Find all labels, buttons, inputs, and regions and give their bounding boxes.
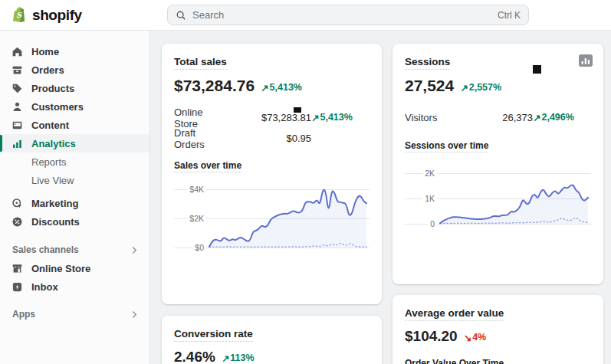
svg-text:S: S — [16, 11, 22, 19]
discounts-icon — [11, 216, 23, 228]
sidebar-item-content[interactable]: Content — [0, 116, 149, 134]
sidebar-item-reports[interactable]: Reports — [0, 152, 149, 171]
sidebar-item-customers[interactable]: Customers — [0, 97, 149, 116]
change-value: 4% — [472, 332, 486, 343]
sidebar-section-apps[interactable]: Apps — [0, 305, 149, 323]
change-value: 5,413% — [270, 82, 302, 93]
content-icon — [11, 120, 23, 131]
brand-wordmark: shopify — [32, 7, 82, 24]
sidebar-item-label: Content — [31, 120, 69, 131]
shopify-bag-icon: S — [10, 5, 28, 25]
change-value: 113% — [230, 353, 254, 364]
sidebar-section-sales-channels[interactable]: Sales channels — [0, 241, 149, 259]
cursor-artifact — [533, 65, 541, 74]
cursor-artifact — [294, 107, 301, 113]
marketing-icon — [11, 198, 23, 209]
change-value: 2,557% — [469, 82, 501, 93]
search-placeholder: Search — [192, 9, 491, 21]
metric-value: $0.95 — [227, 133, 311, 144]
search-icon — [176, 10, 186, 21]
metric-row-online-store: Online Store $73,283.81 ↗5,413% — [174, 107, 370, 128]
chart-title-sessions-over-time[interactable]: Sessions over time — [405, 140, 488, 152]
sales-over-time-chart: $0$2K$4K — [174, 180, 370, 257]
sidebar-item-label: Analytics — [31, 138, 76, 149]
trend-up-icon: ↗ — [261, 82, 268, 93]
search-input[interactable]: Search Ctrl K — [167, 5, 529, 25]
trend-up-icon: ↗ — [460, 82, 468, 93]
chevron-right-icon — [132, 246, 137, 254]
section-header: Sales channels — [12, 244, 79, 255]
average-order-value: $104.20 — [405, 328, 458, 345]
search-shortcut-hint: Ctrl K — [498, 10, 521, 21]
sidebar-item-label: Customers — [31, 101, 84, 113]
chart-canvas — [174, 180, 370, 257]
sidebar-item-label: Reports — [31, 156, 67, 168]
chart-title-sales-over-time[interactable]: Sales over time — [174, 160, 241, 172]
change-value: 5,413% — [320, 112, 352, 123]
sidebar-item-live-view[interactable]: Live View — [0, 171, 149, 189]
card-title-conversion-rate[interactable]: Conversion rate — [174, 328, 253, 342]
sidebar-item-label: Inbox — [31, 281, 58, 293]
sessions-change-badge: ↗2,557% — [460, 82, 501, 93]
sidebar-nav: Home Orders Products Customers Content A… — [0, 31, 150, 364]
section-header: Apps — [12, 309, 35, 320]
sidebar-item-label: Home — [31, 46, 59, 57]
chevron-right-icon — [132, 310, 137, 319]
card-title-average-order-value[interactable]: Average order value — [405, 307, 504, 321]
trend-up-icon: ↗ — [222, 353, 229, 364]
sidebar-item-discounts[interactable]: Discounts — [0, 212, 149, 231]
conversion-rate-card: Conversion rate 2.46% ↗113% — [162, 316, 382, 364]
card-title-total-sales[interactable]: Total sales — [174, 56, 227, 70]
online-store-icon — [11, 263, 23, 274]
sidebar-item-label: Marketing — [31, 198, 78, 209]
total-sales-card: Total sales $73,284.76 ↗5,413% Online St… — [162, 44, 382, 304]
sidebar-item-online-store[interactable]: Online Store — [0, 259, 149, 277]
sidebar-item-analytics[interactable]: Analytics — [0, 134, 149, 152]
sidebar-item-home[interactable]: Home — [0, 42, 149, 61]
total-sales-change-badge: ↗5,413% — [261, 82, 302, 93]
metric-value: 26,373 — [448, 112, 533, 123]
metric-change: ↗5,413% — [311, 112, 370, 123]
conversion-rate-value: 2.46% — [174, 349, 215, 364]
sidebar-item-inbox[interactable]: Inbox — [0, 277, 149, 296]
trend-down-icon: ↘ — [464, 332, 471, 343]
average-order-value-card: Average order value $104.20 ↘4% Order Va… — [393, 295, 603, 364]
sidebar-item-label: Products — [31, 83, 74, 94]
sidebar-item-label: Orders — [31, 64, 64, 76]
metric-label: Online Store — [174, 107, 227, 130]
inbox-icon — [11, 281, 23, 293]
metric-row-draft-orders: Draft Orders $0.95 — [174, 128, 370, 149]
sidebar-item-marketing[interactable]: Marketing — [0, 194, 149, 212]
topbar: S shopify Search Ctrl K — [0, 0, 611, 31]
products-tag-icon — [11, 83, 23, 94]
trend-up-icon: ↗ — [533, 112, 540, 123]
orders-icon — [11, 64, 23, 76]
sidebar-item-label: Live View — [31, 175, 74, 186]
aov-change-badge: ↘4% — [464, 332, 487, 343]
shopify-logo[interactable]: S shopify — [10, 5, 82, 25]
chart-canvas — [405, 160, 591, 233]
metric-value: $73,283.81 — [227, 112, 311, 123]
metric-change: ↗2,496% — [533, 112, 591, 123]
sidebar-item-products[interactable]: Products — [0, 79, 149, 97]
analytics-icon — [11, 138, 23, 149]
sidebar-item-label: Online Store — [31, 263, 90, 274]
trend-up-icon: ↗ — [311, 112, 319, 123]
card-title-sessions[interactable]: Sessions — [405, 56, 450, 70]
chart-title-order-value-over-time[interactable]: Order Value Over Time — [405, 358, 504, 364]
conversion-change-badge: ↗113% — [222, 353, 255, 364]
home-icon — [11, 46, 23, 57]
sidebar-item-orders[interactable]: Orders — [0, 61, 149, 79]
view-report-icon[interactable] — [579, 54, 593, 67]
total-sales-value: $73,284.76 — [174, 77, 255, 95]
customers-icon — [11, 101, 23, 113]
metric-row-visitors: Visitors 26,373 ↗2,496% — [405, 107, 591, 128]
sessions-card: Sessions 27,524 ↗2,557% Visitors 26,373 … — [393, 44, 603, 284]
sessions-value: 27,524 — [405, 77, 454, 95]
sidebar-item-label: Discounts — [31, 216, 80, 228]
sessions-over-time-chart: 01K2K — [405, 160, 591, 233]
metric-label: Visitors — [405, 112, 448, 123]
change-value: 2,496% — [541, 112, 573, 123]
analytics-dashboard: Total sales $73,284.76 ↗5,413% Online St… — [150, 31, 611, 364]
metric-label: Draft Orders — [174, 127, 227, 150]
